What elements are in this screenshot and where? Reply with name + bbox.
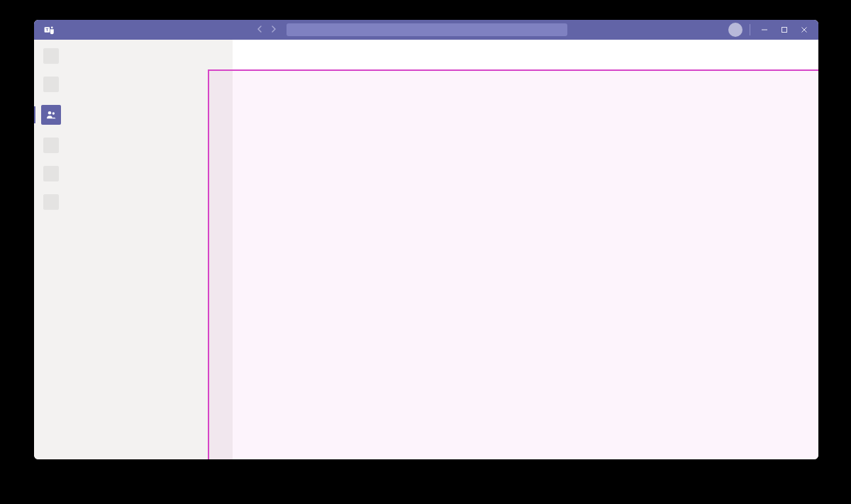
window-maximize-button[interactable] bbox=[774, 20, 794, 40]
title-bar: T bbox=[34, 20, 818, 40]
user-avatar[interactable] bbox=[728, 23, 742, 37]
rail-item-teams[interactable] bbox=[41, 105, 61, 125]
search-input[interactable] bbox=[287, 23, 567, 36]
rail-item-chat[interactable] bbox=[43, 77, 59, 92]
window-close-button[interactable] bbox=[794, 20, 814, 40]
rail-item-calendar[interactable] bbox=[43, 138, 59, 153]
nav-arrows bbox=[257, 26, 277, 34]
main-content bbox=[233, 40, 818, 459]
rail-item-files[interactable] bbox=[43, 194, 59, 210]
nav-forward-button[interactable] bbox=[271, 26, 277, 34]
secondary-panel bbox=[68, 40, 233, 459]
svg-text:T: T bbox=[45, 27, 48, 32]
app-rail bbox=[34, 40, 68, 459]
people-icon bbox=[45, 109, 57, 121]
app-window: T bbox=[34, 20, 818, 459]
svg-point-2 bbox=[51, 26, 53, 28]
nav-back-button[interactable] bbox=[257, 26, 262, 34]
svg-rect-4 bbox=[782, 28, 787, 33]
body-area bbox=[34, 40, 818, 459]
teams-logo-icon: T bbox=[44, 25, 55, 35]
highlight-region bbox=[208, 69, 818, 459]
svg-point-8 bbox=[52, 112, 55, 114]
rail-item-calls[interactable] bbox=[43, 166, 59, 181]
window-minimize-button[interactable] bbox=[755, 20, 774, 40]
svg-point-7 bbox=[48, 111, 52, 115]
rail-item-activity[interactable] bbox=[43, 48, 59, 64]
title-divider bbox=[750, 24, 750, 35]
